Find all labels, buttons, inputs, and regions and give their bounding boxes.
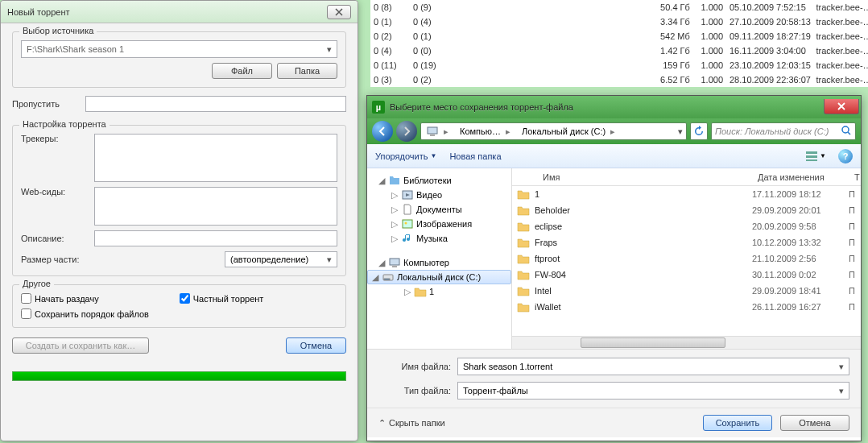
chevron-down-icon: ▾ (835, 384, 847, 397)
chevron-down-icon: ▾ (323, 253, 335, 266)
tree-libraries[interactable]: ◢Библиотеки (367, 173, 511, 188)
tree-folder-1[interactable]: ▷1 (367, 284, 511, 299)
search-input[interactable]: Поиск: Локальный диск (C:) (711, 122, 856, 140)
trackers-input[interactable] (94, 134, 337, 182)
cancel-button[interactable]: Отмена (780, 415, 849, 431)
refresh-button[interactable] (690, 122, 708, 140)
titlebar[interactable]: µ Выберите место сохранения торрент-файл… (367, 96, 861, 118)
svg-point-8 (405, 222, 407, 225)
utorrent-icon: µ (372, 101, 385, 114)
file-list[interactable]: 117.11.2009 18:12ПBeholder29.09.2009 20:… (512, 186, 861, 336)
organize-menu[interactable]: Упорядочить ▼ (375, 151, 436, 161)
tree-video[interactable]: ▷Видео (367, 188, 511, 202)
svg-rect-7 (403, 220, 412, 228)
svg-rect-9 (390, 259, 399, 265)
tree-computer[interactable]: ◢Компьютер (367, 255, 511, 270)
svg-point-2 (842, 126, 849, 133)
address-bar[interactable]: ▸ Компью…▸ Локальный диск (C:)▸ ▾ (420, 122, 687, 140)
svg-rect-1 (430, 135, 435, 136)
svg-rect-4 (806, 155, 817, 158)
view-button[interactable]: ▼ (801, 147, 830, 165)
list-item[interactable]: Intel29.09.2009 18:41П (512, 283, 861, 299)
progress-bar (12, 371, 346, 381)
svg-rect-5 (806, 159, 817, 161)
chevron-down-icon: ▾ (835, 360, 847, 373)
list-item[interactable]: iWallet26.11.2009 16:27П (512, 299, 861, 315)
tree-drive-c[interactable]: ◢Локальный диск (C:) (367, 270, 511, 284)
folder-button[interactable]: Папка (277, 63, 337, 79)
file-button[interactable]: Файл (212, 63, 272, 79)
titlebar[interactable]: Новый торрент (1, 1, 358, 23)
chevron-down-icon: ▾ (323, 43, 335, 56)
private-checkbox[interactable]: Частный торрент (180, 293, 264, 304)
svg-rect-3 (806, 151, 817, 154)
back-button[interactable] (372, 121, 393, 142)
chevron-up-icon: ⌃ (378, 418, 386, 429)
list-item[interactable]: FW-80430.11.2009 0:02П (512, 267, 861, 283)
breadcrumb[interactable]: Компью…▸ (455, 123, 517, 139)
table-row[interactable]: 0 (8)0 (9)50.4 Гб1.00005.10.2009 7:52:15… (370, 0, 868, 14)
skip-input[interactable] (85, 96, 346, 112)
list-item[interactable]: Beholder29.09.2009 20:01П (512, 202, 861, 218)
search-icon (841, 125, 852, 138)
seed-checkbox[interactable]: Начать раздачу (21, 293, 99, 304)
svg-rect-0 (428, 127, 437, 134)
tree-music[interactable]: ▷Музыка (367, 231, 511, 246)
computer-icon[interactable]: ▸ (421, 123, 455, 139)
chevron-down-icon[interactable]: ▾ (675, 126, 686, 137)
close-button[interactable] (327, 5, 351, 19)
list-item[interactable]: ftproot21.10.2009 2:56П (512, 250, 861, 267)
hide-folders-button[interactable]: ⌃Скрыть папки (378, 418, 445, 429)
breadcrumb[interactable]: Локальный диск (C:)▸ (517, 123, 622, 139)
table-row[interactable]: 0 (2)0 (1)542 Мб1.00009.11.2009 18:27:19… (370, 29, 868, 43)
list-item[interactable]: 117.11.2009 18:12П (512, 186, 861, 202)
save-button[interactable]: Сохранить (703, 415, 772, 431)
table-row[interactable]: 0 (11)0 (19)159 Гб1.00023.10.2009 12:03:… (370, 58, 868, 72)
help-button[interactable]: ? (838, 149, 853, 164)
table-row[interactable]: 0 (3)0 (2)6.52 Гб1.00028.10.2009 22:36:0… (370, 72, 868, 87)
filetype-combo[interactable]: Торрент-файлы▾ (457, 382, 849, 400)
list-item[interactable]: eclipse20.09.2009 9:58П (512, 218, 861, 234)
piece-size-combo[interactable]: (автоопределение)▾ (225, 251, 337, 267)
dialog-title: Новый торрент (7, 7, 327, 17)
description-input[interactable] (94, 230, 337, 246)
source-combo[interactable]: F:\Shark\Shark season 1▾ (21, 40, 337, 58)
toolbar: Упорядочить ▼ Новая папка ▼ ? (367, 144, 861, 168)
save-dialog: µ Выберите место сохранения торрент-файл… (366, 95, 862, 441)
scrollbar-horizontal[interactable] (512, 336, 861, 349)
nav-bar: ▸ Компью…▸ Локальный диск (C:)▸ ▾ Поиск:… (367, 118, 861, 144)
preserve-order-checkbox[interactable]: Сохранить порядок файлов (21, 308, 337, 319)
create-save-button[interactable]: Создать и сохранить как… (12, 337, 149, 354)
close-button[interactable] (824, 99, 859, 114)
table-row[interactable]: 0 (4)0 (0)1.42 Гб1.00016.11.2009 3:04:00… (370, 43, 868, 58)
group-other-label: Другое (19, 279, 54, 288)
group-settings-label: Настройка торрента (19, 119, 110, 129)
table-row[interactable]: 0 (1)0 (4)3.34 Гб1.00027.10.2009 20:58:1… (370, 14, 868, 29)
new-torrent-dialog: Новый торрент Выбор источника F:\Shark\S… (0, 0, 358, 441)
webseeds-input[interactable] (94, 187, 337, 226)
filename-input[interactable]: Shark season 1.torrent▾ (457, 358, 849, 375)
tree-docs[interactable]: ▷Документы (367, 202, 511, 217)
svg-rect-12 (384, 279, 390, 280)
new-folder-button[interactable]: Новая папка (449, 151, 501, 161)
folder-tree[interactable]: ◢Библиотеки ▷Видео ▷Документы ▷Изображен… (367, 168, 512, 349)
tree-images[interactable]: ▷Изображения (367, 217, 511, 231)
file-list-header[interactable]: ИмяДата измененияТ (512, 168, 861, 186)
cancel-button[interactable]: Отмена (286, 337, 346, 354)
group-source-label: Выбор источника (19, 26, 97, 35)
svg-rect-10 (392, 266, 397, 267)
list-item[interactable]: Fraps10.12.2009 13:32П (512, 234, 861, 250)
forward-button[interactable] (396, 121, 417, 142)
